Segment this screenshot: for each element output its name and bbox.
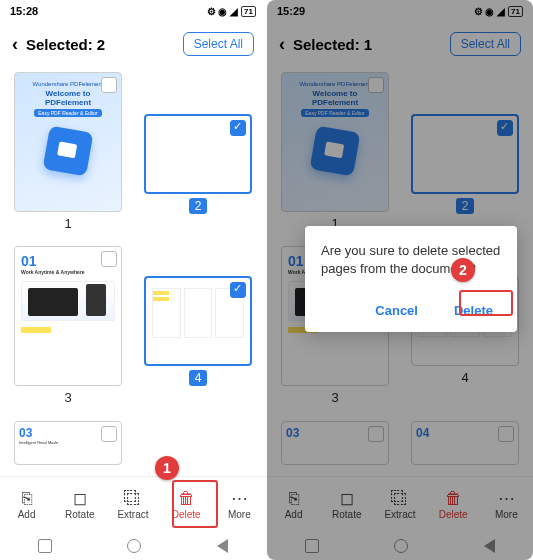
phone-right: 15:29 ⚙ ◉ ◢ 71 ‹ Selected: 1 Select All … <box>267 0 533 560</box>
add-button[interactable]: ⎘Add <box>3 490 51 520</box>
page-checkbox[interactable] <box>101 77 117 93</box>
page-thumb-5[interactable]: 03 Intelligent Read Mode <box>14 421 122 465</box>
highlight-confirm-delete <box>459 290 513 316</box>
header: ‹ Selected: 2 Select All <box>0 22 266 66</box>
page-number: 3 <box>64 390 71 405</box>
back-icon[interactable]: ‹ <box>12 34 18 55</box>
add-icon: ⎘ <box>22 490 32 507</box>
app-cube-icon <box>43 126 94 177</box>
page-number: 1 <box>64 216 71 231</box>
extract-icon: ⿻ <box>124 490 141 507</box>
page-checkbox[interactable] <box>230 282 246 298</box>
phone-left: 15:28 ⚙ ◉ ◢ 71 ‹ Selected: 2 Select All … <box>0 0 266 560</box>
system-nav <box>0 532 266 560</box>
nav-home-icon[interactable] <box>127 539 141 553</box>
bottom-toolbar: ⎘Add ◻Rotate ⿻Extract 🗑Delete ⋯More <box>0 476 266 532</box>
status-time: 15:28 <box>10 5 38 17</box>
brand-label: Wondershare PDFelement <box>33 81 104 87</box>
select-all-button[interactable]: Select All <box>183 32 254 56</box>
callout-1: 1 <box>155 456 179 480</box>
status-bar: 15:28 ⚙ ◉ ◢ 71 <box>0 0 266 22</box>
page-thumb-2[interactable] <box>144 114 252 194</box>
rotate-button[interactable]: ◻Rotate <box>56 490 104 520</box>
more-icon: ⋯ <box>231 490 248 507</box>
page-checkbox[interactable] <box>101 426 117 442</box>
cancel-button[interactable]: Cancel <box>367 299 426 322</box>
page-grid: Wondershare PDFelement Welcome toPDFelem… <box>0 66 266 476</box>
status-icons: ⚙ ◉ ◢ 71 <box>207 6 256 17</box>
extract-button[interactable]: ⿻Extract <box>109 490 157 520</box>
page-checkbox[interactable] <box>101 251 117 267</box>
header-title: Selected: 2 <box>26 36 105 53</box>
highlight-delete <box>172 480 218 528</box>
page-thumb-4[interactable] <box>144 276 252 366</box>
confirm-dialog: Are you sure to delete selected pages fr… <box>305 226 517 332</box>
nav-recents-icon[interactable] <box>38 539 52 553</box>
rotate-icon: ◻ <box>73 490 87 507</box>
more-button[interactable]: ⋯More <box>215 490 263 520</box>
page-number: 4 <box>189 370 208 386</box>
page-thumb-1[interactable]: Wondershare PDFelement Welcome toPDFelem… <box>14 72 122 212</box>
nav-back-icon[interactable] <box>217 539 228 553</box>
callout-2: 2 <box>451 258 475 282</box>
page-checkbox[interactable] <box>230 120 246 136</box>
page-number: 2 <box>189 198 208 214</box>
page-thumb-3[interactable]: 01 Work Anytime & Anywhere <box>14 246 122 386</box>
